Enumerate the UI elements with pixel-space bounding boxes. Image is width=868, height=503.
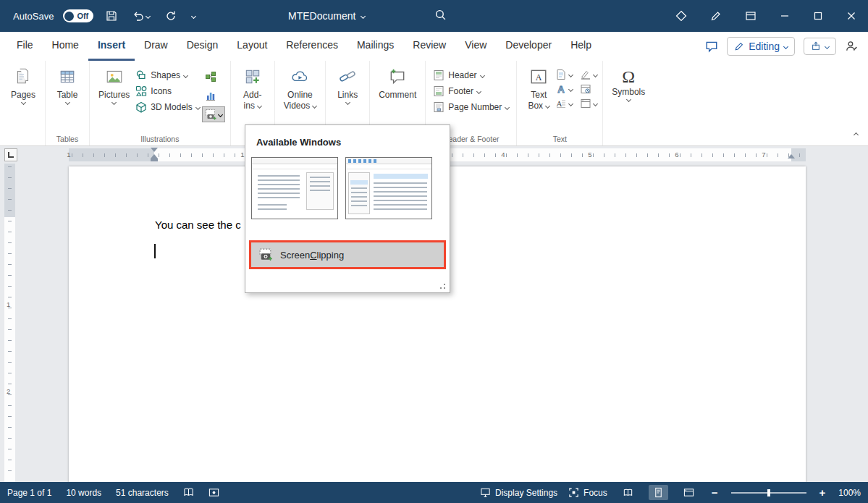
quick-parts-chevron-icon (568, 72, 573, 77)
close-button[interactable] (835, 0, 868, 32)
maximize-button[interactable] (801, 0, 835, 32)
zoom-out-button[interactable]: − (709, 486, 720, 499)
people-presence-icon[interactable] (845, 40, 858, 53)
macro-recording-icon[interactable] (208, 487, 219, 498)
display-settings-button[interactable]: Display Settings (480, 487, 557, 498)
right-indent-marker[interactable] (788, 154, 795, 158)
add-ins-button[interactable]: Add- ins (236, 63, 269, 113)
screenshot-button[interactable] (202, 106, 225, 122)
left-indent-marker[interactable] (151, 158, 158, 161)
chart-button[interactable] (202, 88, 225, 103)
online-videos-button[interactable]: Online Videos (280, 63, 320, 113)
quick-access-chevron-icon (191, 13, 196, 18)
editing-pen-icon (734, 41, 744, 51)
dropdown-resize-grip[interactable] (444, 287, 445, 289)
wordart-button[interactable]: A (555, 83, 573, 95)
3d-models-button[interactable]: 3D Models (133, 101, 201, 114)
date-time-button[interactable] (580, 83, 597, 95)
word-count[interactable]: 10 words (66, 488, 101, 498)
3d-models-label: 3D Models (151, 102, 192, 112)
proofing-icon[interactable] (183, 487, 194, 498)
footer-button[interactable]: Footer (431, 85, 511, 98)
zoom-percentage[interactable]: 100% (838, 488, 861, 498)
drop-cap-button[interactable]: A (555, 98, 573, 109)
undo-button[interactable] (130, 7, 153, 25)
tab-home[interactable]: Home (43, 32, 88, 61)
tab-insert[interactable]: Insert (88, 32, 135, 61)
print-layout-button[interactable] (649, 485, 668, 500)
tab-review[interactable]: Review (403, 32, 455, 61)
share-button[interactable] (804, 38, 836, 55)
tab-mailings[interactable]: Mailings (347, 32, 403, 61)
ribbon-display-options-icon[interactable] (733, 0, 768, 32)
character-count[interactable]: 51 characters (116, 488, 169, 498)
ribbon-group-tables: Table Tables (46, 61, 90, 145)
ink-pen-icon[interactable] (699, 0, 733, 32)
smartart-button[interactable] (202, 69, 225, 85)
icons-button[interactable]: Icons (133, 85, 201, 98)
tab-help[interactable]: Help (561, 32, 601, 61)
pictures-icon (105, 67, 124, 86)
date-time-icon (580, 83, 591, 95)
drop-cap-chevron-icon (568, 101, 573, 106)
pages-button[interactable]: Pages (7, 63, 40, 106)
object-button[interactable] (580, 98, 597, 109)
tab-stop-selector[interactable] (4, 148, 17, 161)
web-layout-button[interactable] (679, 485, 699, 500)
ribbon-group-text: A Text Box A (517, 61, 603, 145)
autosave-toggle[interactable]: Off (63, 9, 93, 22)
quick-access-more-button[interactable] (189, 12, 198, 21)
tab-view[interactable]: View (455, 32, 496, 61)
vertical-ruler[interactable]: 1 2 (4, 164, 15, 482)
tab-draw[interactable]: Draw (135, 32, 177, 61)
zoom-slider-thumb[interactable] (767, 489, 770, 496)
footer-chevron-icon (476, 88, 481, 93)
symbols-button[interactable]: Ω Symbols (608, 63, 649, 103)
pictures-button[interactable]: Pictures (95, 63, 133, 106)
designer-diamond-icon[interactable] (664, 0, 699, 32)
save-button[interactable] (103, 7, 120, 25)
tab-developer[interactable]: Developer (496, 32, 561, 61)
pictures-chevron-icon (111, 100, 117, 105)
header-button[interactable]: Header (431, 69, 511, 82)
add-ins-label-line2: ins (244, 101, 255, 111)
page-number-button[interactable]: Page Number (431, 101, 511, 114)
comment-button[interactable]: Comment (375, 63, 420, 101)
tab-file[interactable]: File (7, 32, 43, 61)
icons-label: Icons (151, 86, 172, 96)
tab-references[interactable]: References (277, 32, 347, 61)
quick-parts-button[interactable] (555, 69, 573, 80)
signature-line-button[interactable] (580, 69, 597, 80)
redo-icon (165, 10, 177, 22)
focus-button[interactable]: Focus (568, 487, 607, 498)
collapse-ribbon-button[interactable] (854, 127, 858, 140)
header-chevron-icon (480, 72, 485, 77)
ruler-number: 1 (7, 300, 10, 308)
page-indicator[interactable]: Page 1 of 1 (7, 488, 51, 498)
title-bar: AutoSave Off MTEDocument (0, 0, 868, 32)
pages-label: Pages (11, 90, 35, 100)
read-mode-button[interactable] (618, 485, 638, 500)
symbols-label: Symbols (612, 87, 645, 97)
first-line-indent-marker[interactable] (151, 148, 158, 152)
editing-mode-button[interactable]: Editing (727, 37, 795, 56)
links-button[interactable]: Links (331, 63, 364, 106)
comments-button[interactable] (705, 40, 718, 53)
text-box-button[interactable]: A Text Box (522, 63, 555, 113)
minimize-button[interactable] (768, 0, 801, 32)
shapes-button[interactable]: Shapes (133, 69, 201, 82)
ruler-number: 6 (675, 151, 678, 159)
document-title[interactable]: MTEDocument (288, 0, 365, 32)
screen-clipping-item[interactable]: Screen Clipping (251, 242, 444, 267)
available-windows-heading: Available Windows (245, 125, 450, 148)
zoom-in-button[interactable]: + (817, 486, 828, 499)
display-settings-label: Display Settings (495, 488, 557, 498)
search-icon[interactable] (434, 9, 447, 21)
tab-design[interactable]: Design (177, 32, 228, 61)
redo-button[interactable] (162, 7, 180, 25)
window-thumbnail-2[interactable] (345, 157, 432, 219)
table-button[interactable]: Table (51, 63, 84, 106)
zoom-slider[interactable] (731, 489, 806, 497)
tab-layout[interactable]: Layout (227, 32, 277, 61)
window-thumbnail-1[interactable] (251, 157, 338, 219)
